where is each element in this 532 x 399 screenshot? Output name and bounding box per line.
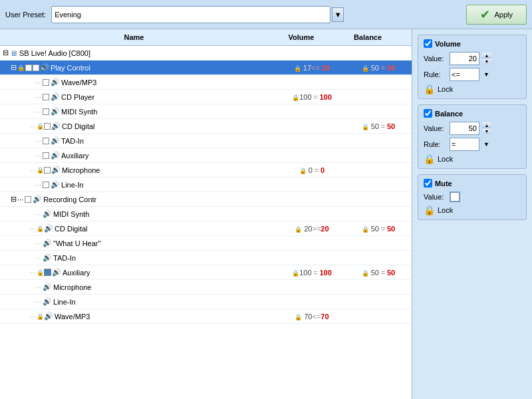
table-row[interactable]: ⊟ ··· 🔊 Recording Contr [0, 192, 412, 207]
table-row[interactable]: ···· 🔊 CD Player 🔒100 = 100 [0, 90, 412, 104]
row-name: CD Digital [55, 225, 88, 233]
row-volume: 🔒 17<= 20 [279, 64, 345, 72]
table-row[interactable]: ···· 🔒 🔊 Wave/MP3 🔒 70<=70 [0, 309, 412, 324]
table-row[interactable]: ···· 🔒 🔊 Auxiliary 🔒100 = 100 🔒 50 = 50 [0, 265, 412, 280]
table-row[interactable]: ⊟ 🔒 🔊 Play Control 🔒 17<= 20 🔒 50 = 50 [0, 61, 412, 75]
table-row[interactable]: ···· 🔊 Auxiliary [0, 148, 412, 163]
table-row[interactable]: ···· 🔊 Microphone [0, 280, 412, 295]
lock-icon-sm: 🔒 [37, 225, 44, 232]
mute-value-label: Value: [424, 193, 447, 201]
balance-rule-label: Rule: [424, 140, 447, 148]
table-row[interactable]: ···· 🔊 MIDI Synth [0, 104, 412, 119]
lock-icon-sm: 🔒 [37, 313, 44, 320]
balance-spin-down[interactable]: ▼ [482, 128, 491, 134]
table-row[interactable]: ···· 🔒 🔊 CD Digital 🔒 50 = 50 [0, 119, 412, 134]
balance-checkbox[interactable] [424, 109, 432, 118]
dots: ···· [35, 255, 41, 261]
volume-spin-down[interactable]: ▼ [482, 59, 491, 65]
row-name: Wave/MP3 [61, 78, 96, 86]
volume-title: Volume [424, 39, 521, 48]
dots: ···· [29, 313, 36, 320]
mini-sq [43, 108, 49, 115]
table-row[interactable]: ···· 🔊 Wave/MP3 [0, 75, 412, 90]
dots: ···· [35, 138, 41, 144]
dots: ···· [29, 167, 36, 174]
table-row[interactable]: ···· 🔒 🔊 Microphone 🔒 0 = 0 [0, 163, 412, 178]
expand-icon[interactable]: ⊟ [11, 63, 17, 72]
row-name: CD Digital [62, 122, 95, 130]
speaker-icon: 🔊 [43, 253, 52, 262]
col-header-volume: Volume [268, 32, 334, 43]
volume-lock-icon: 🔒 [424, 84, 435, 94]
row-volume: 🔒100 = 100 [279, 93, 345, 101]
table-row[interactable]: ···· 🔊 MIDI Synth [0, 207, 412, 221]
row-name: "What U Hear" [53, 239, 100, 247]
mini-sq [44, 123, 51, 130]
preset-dropdown-icon[interactable]: ▼ [332, 7, 344, 22]
table-row[interactable]: ···· 🔊 TAD-In [0, 134, 412, 148]
speaker-icon: 🔊 [51, 122, 61, 130]
balance-rule-select[interactable]: = <= >= [450, 138, 479, 151]
mute-section: Mute Value: 🔒 Lock [418, 174, 527, 220]
volume-rule-select[interactable]: <= = >= [450, 68, 479, 81]
mute-lock-row: 🔒 Lock [424, 205, 521, 215]
expand-icon[interactable]: ⊟ [3, 49, 9, 57]
apply-button[interactable]: ✔ Apply [466, 5, 527, 25]
balance-lock-icon: 🔒 [424, 154, 435, 164]
col-header-name: Name [0, 32, 268, 43]
balance-section: Balance Value: ▲ ▼ Rule: = <= >= ▼ [418, 104, 527, 169]
table-row[interactable]: ⊟ 🖥 SB Live! Audio [C800] [0, 46, 412, 61]
tree-header: Name Volume Balance [0, 29, 412, 46]
table-row[interactable]: ···· 🔊 Line-In [0, 178, 412, 192]
dots: ···· [35, 211, 41, 217]
volume-lock-row: 🔒 Lock [424, 84, 521, 94]
volume-value-input[interactable] [450, 52, 479, 65]
speaker-icon: 🔊 [51, 136, 60, 145]
row-name: SB Live! Audio [C800] [19, 49, 90, 57]
balance-lock-label: Lock [438, 155, 453, 163]
dots: ···· [35, 299, 41, 305]
device-icon: 🖥 [10, 49, 17, 57]
table-row[interactable]: ···· 🔒 🔊 CD Digital 🔒 20>=20 🔒 50 = 50 [0, 221, 412, 236]
table-row[interactable]: ···· 🔊 "What U Hear" [0, 236, 412, 251]
lock-icon-sm: 🔒 [37, 123, 44, 130]
balance-spinner: ▲ ▼ [482, 122, 491, 134]
balance-value-row: Value: ▲ ▼ [424, 122, 521, 135]
dots: ···· [35, 182, 41, 188]
volume-rule-row: Rule: <= = >= ▼ [424, 68, 521, 81]
dots: ···· [29, 225, 36, 232]
balance-title: Balance [424, 109, 521, 118]
tree-scroll[interactable]: ⊟ 🖥 SB Live! Audio [C800] ⊟ 🔒 🔊 [0, 46, 412, 399]
speaker-icon: 🔊 [51, 166, 61, 174]
user-preset-select[interactable]: Evening [51, 6, 331, 23]
table-row[interactable]: ···· 🔊 Line-In [0, 295, 412, 309]
mute-checkbox[interactable] [424, 179, 432, 188]
balance-value-input[interactable] [450, 122, 479, 135]
expand-icon[interactable]: ⊟ [11, 195, 17, 203]
row-name: TAD-In [53, 254, 76, 262]
speaker-icon: 🔊 [43, 209, 52, 218]
col-header-balance: Balance [334, 32, 401, 43]
aux-checkbox[interactable] [44, 269, 51, 276]
volume-spin-up[interactable]: ▲ [482, 53, 491, 59]
balance-label: Balance [435, 110, 463, 118]
speaker-icon: 🔊 [51, 180, 60, 189]
row-balance: 🔒 50 = 50 [345, 122, 412, 130]
speaker-icon: 🔊 [52, 268, 61, 277]
row-name: Microphone [62, 166, 100, 174]
mute-value-box[interactable] [450, 192, 460, 202]
volume-section: Volume Value: ▲ ▼ Rule: <= = >= ▼ [418, 35, 527, 99]
table-row[interactable]: ···· 🔊 TAD-In [0, 251, 412, 265]
row-name: MIDI Synth [53, 210, 89, 218]
dots: ···· [35, 79, 41, 86]
balance-spin-up[interactable]: ▲ [482, 122, 491, 128]
mini-sq [43, 182, 49, 188]
mini-sq [25, 196, 31, 203]
speaker-icon: 🔊 [43, 297, 52, 306]
apply-checkmark-icon: ✔ [480, 7, 490, 22]
volume-checkbox[interactable] [424, 39, 432, 48]
speaker-icon: 🔊 [44, 224, 53, 233]
row-name: MIDI Synth [61, 108, 97, 116]
balance-lock-row: 🔒 Lock [424, 154, 521, 164]
mini-sq [43, 79, 49, 86]
